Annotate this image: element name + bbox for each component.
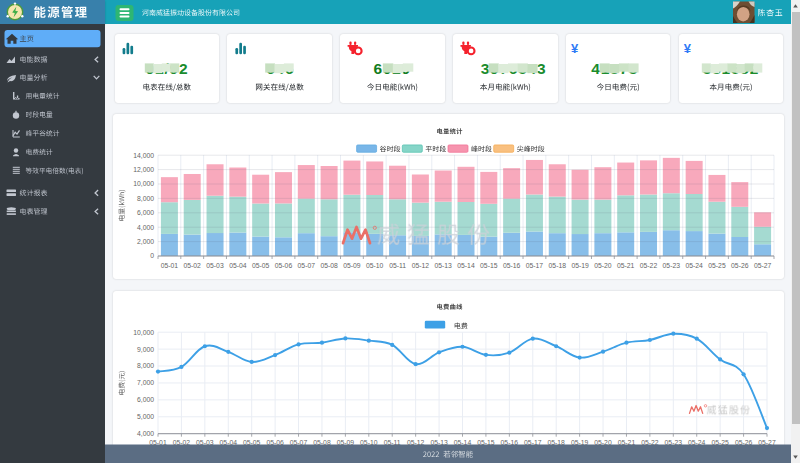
svg-text:0: 0 bbox=[150, 252, 154, 259]
svg-text:05-13: 05-13 bbox=[435, 262, 453, 269]
svg-text:05-12: 05-12 bbox=[412, 262, 430, 269]
svg-text:14,000: 14,000 bbox=[133, 152, 154, 159]
svg-text:2,000: 2,000 bbox=[137, 238, 154, 245]
svg-text:05-18: 05-18 bbox=[549, 262, 567, 269]
svg-text:10,000: 10,000 bbox=[133, 180, 154, 187]
svg-text:05-06: 05-06 bbox=[275, 262, 293, 269]
svg-text:5,000: 5,000 bbox=[137, 413, 154, 420]
svg-text:05-11: 05-11 bbox=[389, 262, 406, 269]
svg-text:05-08: 05-08 bbox=[320, 262, 338, 269]
svg-text:05-17: 05-17 bbox=[526, 262, 544, 269]
svg-text:05-14: 05-14 bbox=[457, 262, 475, 269]
svg-text:¥: ¥ bbox=[684, 41, 692, 56]
svg-text:05-19: 05-19 bbox=[571, 262, 589, 269]
svg-text:05-22: 05-22 bbox=[640, 262, 658, 269]
svg-text:9,000: 9,000 bbox=[137, 346, 154, 353]
svg-text:7,000: 7,000 bbox=[137, 379, 154, 386]
svg-text:8,000: 8,000 bbox=[137, 362, 154, 369]
svg-text:05-25: 05-25 bbox=[708, 262, 726, 269]
svg-text:05-16: 05-16 bbox=[503, 262, 521, 269]
svg-text:05-04: 05-04 bbox=[229, 262, 247, 269]
svg-text:05-24: 05-24 bbox=[685, 262, 703, 269]
svg-text:05-03: 05-03 bbox=[206, 262, 224, 269]
svg-text:05-21: 05-21 bbox=[617, 262, 635, 269]
svg-text:6,000: 6,000 bbox=[137, 209, 154, 216]
svg-text:05-01: 05-01 bbox=[161, 262, 179, 269]
svg-text:05-20: 05-20 bbox=[594, 262, 612, 269]
svg-text:8,000: 8,000 bbox=[137, 195, 154, 202]
svg-text:05-05: 05-05 bbox=[252, 262, 270, 269]
svg-text:05-02: 05-02 bbox=[184, 262, 202, 269]
svg-text:05-15: 05-15 bbox=[480, 262, 498, 269]
svg-text:05-27: 05-27 bbox=[754, 262, 772, 269]
svg-text:12,000: 12,000 bbox=[133, 166, 154, 173]
svg-text:10,000: 10,000 bbox=[133, 329, 154, 336]
svg-text:4,000: 4,000 bbox=[137, 224, 154, 231]
svg-text:05-26: 05-26 bbox=[731, 262, 749, 269]
svg-text:6,000: 6,000 bbox=[137, 396, 154, 403]
svg-text:05-23: 05-23 bbox=[663, 262, 681, 269]
svg-text:05-07: 05-07 bbox=[298, 262, 316, 269]
svg-text:05-09: 05-09 bbox=[343, 262, 361, 269]
svg-text:05-10: 05-10 bbox=[366, 262, 384, 269]
svg-text:4,000: 4,000 bbox=[137, 430, 154, 437]
svg-text:¥: ¥ bbox=[571, 41, 579, 56]
